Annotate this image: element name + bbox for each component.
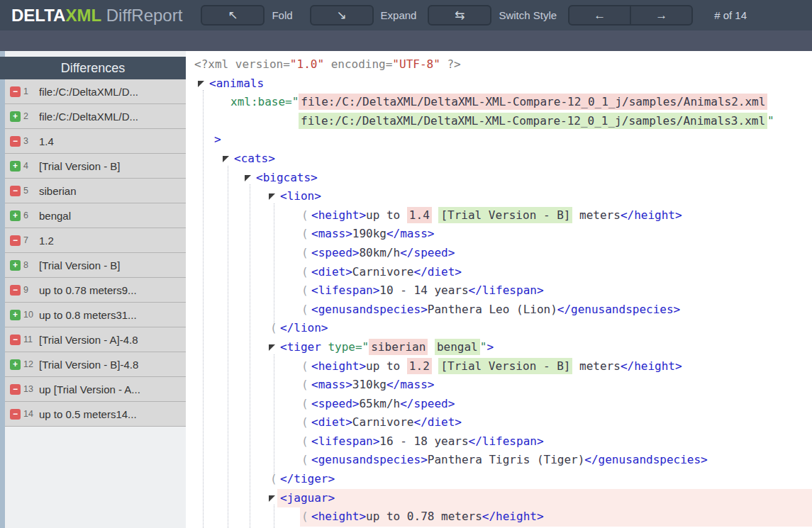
difference-item[interactable]: −71.2 [5,228,186,253]
removed-badge-icon: − [10,186,21,196]
collapse-toggle-icon[interactable] [269,495,275,502]
difference-number: 12 [23,359,39,369]
difference-item[interactable]: −13up [Trial Version - A... [5,377,186,402]
expand-handle-icon[interactable]: ( [301,376,308,395]
difference-item[interactable]: −14up to 0.5 meters14... [5,402,186,427]
difference-item[interactable]: +6bengal [5,203,186,228]
xml-token: </diet> [414,265,462,279]
xml-token: </mass> [386,227,434,240]
xml-token [428,340,435,354]
expand-handle-icon[interactable]: ( [301,225,308,244]
xml-token: </mass> [386,378,434,391]
xml-line: (</lion> [186,319,812,338]
collapse-toggle-icon[interactable] [245,175,251,181]
expand-button[interactable]: ↘ [310,5,374,26]
collapse-toggle-icon[interactable] [223,156,229,162]
added-badge-icon: + [10,111,21,122]
difference-item[interactable]: +12[Trial Version - B]-4.8 [5,352,186,377]
xml-line: (<speed>65km/h</speed> [186,395,812,414]
difference-item[interactable]: −31.4 [5,129,186,154]
expand-handle-icon[interactable]: ( [301,357,308,376]
fold-arrow-icon: ↖ [228,9,238,21]
difference-label: 1.4 [39,135,54,147]
difference-label: up [Trial Version - A... [39,383,140,395]
switch-style-button[interactable]: ⇆ [428,5,491,26]
xml-token: 310kg [352,378,386,391]
xml-token: ?> [440,57,461,71]
xml-line: (<speed>80km/h</speed> [186,244,812,263]
expand-handle-icon[interactable]: ( [301,432,308,451]
difference-label: [Trial Version - B]-4.8 [39,359,138,371]
xml-line: (<height>up to 0.78 meters</height> [186,507,812,527]
xml-token: </genusandspecies> [584,453,707,466]
xml-token: <lifespan> [311,434,379,448]
difference-item[interactable]: −11[Trial Version - A]-4.8 [5,327,186,352]
expand-handle-icon[interactable]: ( [301,206,308,225]
fold-label: Fold [272,9,292,21]
difference-item[interactable]: −9up to 0.78 meters9... [5,278,186,303]
diff-inserted-text: [Trial Version - B] [438,358,572,374]
xml-line: > [186,130,812,150]
xml-token: 65km/h [359,397,400,410]
collapse-toggle-icon[interactable] [198,81,204,87]
expand-handle-icon[interactable]: ( [270,470,277,489]
xml-token: 10 - 14 years [379,283,468,297]
xml-token: 80km/h [359,246,400,259]
xml-line: (<diet>Carnivore</diet> [186,263,812,282]
expand-handle-icon[interactable]: ( [301,300,308,320]
removed-badge-icon: − [10,235,21,246]
xml-line: <cats> [186,150,812,169]
differences-title: Differences [0,57,186,79]
difference-item[interactable]: +4[Trial Version - B] [5,154,186,179]
logo-delta: DELTA [11,6,65,25]
expand-handle-icon[interactable]: ( [301,281,308,300]
removed-badge-icon: − [10,335,21,345]
xml-token: </height> [482,510,544,523]
difference-item[interactable]: +10up to 0.8 meters31... [5,303,186,327]
xml-token: <animals [209,77,264,90]
xml-line: (<genusandspecies>Panthera Leo (Lion)</g… [186,300,812,320]
fold-button[interactable]: ↖ [201,5,265,26]
xml-token: </lifespan> [469,283,544,297]
expand-handle-icon[interactable]: ( [270,319,277,338]
switch-style-label: Switch Style [499,9,557,21]
switch-style-group: ⇆ Switch Style [428,5,557,26]
xml-line: (<lifespan>16 - 18 years</lifespan> [186,432,812,451]
previous-difference-button[interactable]: ← [568,5,630,26]
xml-line: <jaguar> [186,489,812,508]
xml-token: 190kg [352,227,386,240]
next-difference-button[interactable]: → [630,5,693,26]
expand-handle-icon[interactable]: ( [301,413,308,432]
fold-group: ↖ Fold [201,5,292,26]
difference-item[interactable]: +2file:/C:/DeltaXML/D... [5,104,186,129]
difference-nav-group: ← → [568,5,693,26]
xml-token [432,208,439,222]
xml-token: " [480,340,487,354]
xml-token: type=" [321,340,369,354]
difference-item[interactable]: −1file:/C:/DeltaXML/D... [5,79,186,104]
expand-label: Expand [381,9,417,21]
xml-lines: <?xml version="1.0" encoding="UTF-8" ?><… [186,51,812,527]
expand-handle-icon[interactable]: ( [301,244,308,263]
sidebar-scrollbar[interactable] [0,51,5,528]
difference-item[interactable]: +8[Trial Version - B] [5,253,186,278]
expand-handle-icon[interactable]: ( [301,451,308,470]
app-logo: DELTAXML DiffReport [11,6,182,26]
xml-token: </diet> [414,415,462,429]
difference-label: 1.2 [39,235,54,247]
difference-item[interactable]: −5siberian [5,179,186,203]
xml-token: <speed> [311,246,359,259]
expand-handle-icon[interactable]: ( [301,263,308,282]
xml-token: 16 - 18 years [379,434,468,448]
xml-line: <lion> [186,187,812,206]
xml-token: </height> [621,208,682,222]
switch-arrows-icon: ⇆ [455,9,465,21]
expand-handle-icon[interactable]: ( [301,395,308,414]
collapse-toggle-icon[interactable] [269,344,275,351]
xml-line: (<height>up to 1.2 [Trial Version - B] m… [186,357,812,376]
xml-token: " [767,114,774,128]
collapse-toggle-icon[interactable] [269,193,275,200]
diff-inserted-text: file:/C:/DeltaXML/DeltaXML-XML-Compare-1… [299,113,767,129]
expand-handle-icon[interactable]: ( [301,507,308,527]
logo-product: DiffReport [101,6,182,25]
